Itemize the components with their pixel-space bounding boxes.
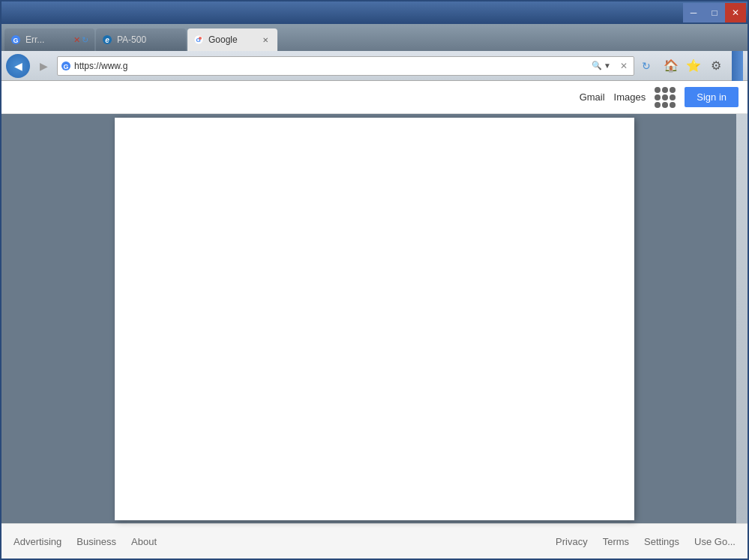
- svg-text:G: G: [63, 63, 68, 70]
- vertical-scrollbar[interactable]: [736, 114, 748, 523]
- apps-dot-2: [662, 87, 668, 93]
- search-dropdown-button[interactable]: 🔍 ▼: [589, 61, 614, 70]
- google-tab-close[interactable]: ✕: [259, 34, 271, 46]
- footer-privacy-link[interactable]: Privacy: [556, 536, 588, 547]
- svg-text:e: e: [105, 36, 109, 44]
- ie-favicon: e: [102, 34, 112, 45]
- images-link[interactable]: Images: [614, 91, 646, 103]
- white-content-area: [115, 118, 634, 520]
- google-favicon-active: G: [193, 34, 204, 45]
- apps-dot-3: [670, 87, 676, 93]
- footer-bar: Advertising Business About Privacy Terms…: [1, 523, 748, 559]
- apps-dot-5: [662, 94, 668, 100]
- footer-terms-link[interactable]: Terms: [603, 536, 629, 547]
- back-button[interactable]: ◀: [6, 54, 30, 78]
- google-tab-label: Google: [208, 34, 255, 45]
- browser-window: ─ □ ✕ G Err... ✕ ↻ e: [0, 0, 749, 560]
- close-button[interactable]: ✕: [725, 3, 746, 22]
- error-x-icon[interactable]: ✕: [73, 35, 80, 45]
- svg-point-6: [199, 37, 202, 40]
- footer-use-google-link[interactable]: Use Go...: [694, 536, 736, 547]
- title-bar: ─ □ ✕: [1, 1, 748, 24]
- favorites-button[interactable]: ⭐: [684, 56, 703, 76]
- apps-dot-1: [655, 87, 661, 93]
- settings-button[interactable]: ⚙: [706, 56, 726, 76]
- sidebar-partial: [732, 51, 743, 81]
- error-reload-icon[interactable]: ↻: [82, 35, 88, 45]
- footer-about-link[interactable]: About: [131, 536, 157, 547]
- nav-right-buttons: 🏠 ⭐ ⚙: [661, 56, 726, 76]
- footer-business-link[interactable]: Business: [76, 536, 116, 547]
- tab-error[interactable]: G Err... ✕ ↻: [4, 28, 94, 51]
- home-button[interactable]: 🏠: [661, 56, 681, 76]
- apps-dot-6: [670, 94, 676, 100]
- tab-bar: G Err... ✕ ↻ e PA-500: [1, 24, 748, 51]
- google-apps-button[interactable]: [655, 87, 676, 108]
- search-icon: 🔍: [592, 61, 602, 70]
- reload-button[interactable]: ↻: [637, 57, 655, 75]
- footer-settings-link[interactable]: Settings: [644, 536, 679, 547]
- main-content: [1, 114, 748, 523]
- nav-bar: ◀ ▶ G 🔍 ▼ ✕ ↻ 🏠 ⭐ ⚙: [1, 51, 748, 81]
- apps-dot-9: [670, 102, 676, 108]
- apps-dot-4: [655, 94, 661, 100]
- minimize-button[interactable]: ─: [683, 3, 704, 22]
- apps-dot-8: [662, 102, 668, 108]
- footer-advertising-link[interactable]: Advertising: [13, 536, 61, 547]
- address-bar[interactable]: G 🔍 ▼ ✕: [57, 56, 634, 76]
- svg-text:G: G: [13, 37, 18, 44]
- address-clear-button[interactable]: ✕: [617, 59, 631, 73]
- signin-button[interactable]: Sign in: [685, 87, 739, 107]
- maximize-button[interactable]: □: [704, 3, 725, 22]
- forward-button[interactable]: ▶: [33, 55, 54, 76]
- address-input[interactable]: [74, 61, 586, 71]
- apps-dot-7: [655, 102, 661, 108]
- gmail-link[interactable]: Gmail: [580, 91, 605, 103]
- address-favicon: G: [61, 61, 71, 71]
- google-favicon-error: G: [10, 34, 21, 45]
- tab-pa500[interactable]: e PA-500: [96, 28, 186, 51]
- footer-left: Advertising Business About: [13, 536, 157, 547]
- pa500-tab-label: PA-500: [117, 34, 180, 45]
- google-top-bar: Gmail Images Sign in: [1, 81, 748, 114]
- dropdown-arrow-icon: ▼: [604, 61, 611, 70]
- error-tab-label: Err...: [25, 34, 69, 45]
- footer-right: Privacy Terms Settings Use Go...: [556, 536, 736, 547]
- tab-google[interactable]: G Google ✕: [187, 28, 277, 51]
